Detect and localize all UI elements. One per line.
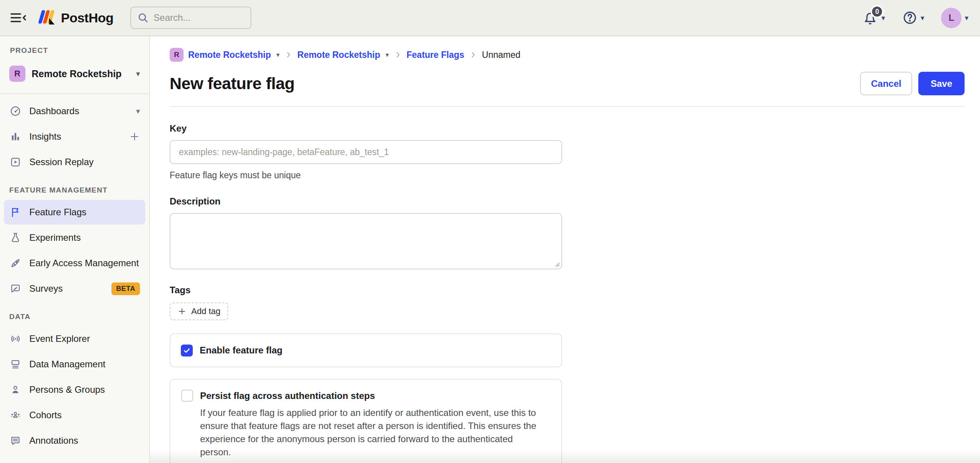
chevron-down-icon: ▾	[276, 51, 280, 59]
check-icon	[183, 346, 191, 355]
sidebar-item-session-replay[interactable]: Session Replay	[4, 150, 145, 174]
enable-flag-label[interactable]: Enable feature flag	[200, 345, 283, 356]
main-content: RRemote Rocketship▾Remote Rocketship▾Fea…	[150, 36, 980, 463]
breadcrumb-label: Feature Flags	[407, 50, 465, 60]
persist-flag-card: Persist flag across authentication steps…	[170, 379, 562, 463]
add-tag-button[interactable]: Add tag	[170, 302, 228, 320]
key-input[interactable]	[170, 140, 562, 164]
sidebar-item-early-access-management[interactable]: Early Access Management	[4, 251, 145, 275]
sidebar-item-feature-flags[interactable]: Feature Flags	[4, 200, 145, 225]
tags-label: Tags	[170, 285, 562, 296]
beta-badge: BETA	[111, 282, 140, 295]
page-title: New feature flag	[170, 74, 295, 93]
sidebar-toggle-button[interactable]	[10, 10, 28, 25]
persist-flag-checkbox[interactable]	[181, 390, 193, 402]
breadcrumb: RRemote Rocketship▾Remote Rocketship▾Fea…	[170, 46, 965, 63]
sidebar-item-insights[interactable]: Insights	[4, 124, 145, 149]
new-insight-button[interactable]	[129, 131, 140, 142]
resize-grip-icon[interactable]	[554, 261, 560, 267]
breadcrumb-item-feature-flags[interactable]: Feature Flags	[407, 50, 465, 60]
person-icon	[9, 384, 22, 396]
chevron-down-icon: ▾	[136, 106, 140, 116]
account-menu-button[interactable]: L ▾	[941, 8, 968, 28]
chevron-right-icon	[284, 51, 293, 59]
sidebar-nav: Dashboards▾InsightsSession ReplayFEATURE…	[0, 99, 149, 453]
notifications-button[interactable]: 0 ▾	[862, 10, 885, 26]
breadcrumb-item-remote-rocketship[interactable]: RRemote Rocketship▾	[170, 48, 280, 62]
chevron-right-icon	[394, 51, 402, 59]
search-input[interactable]	[153, 12, 244, 23]
cancel-button[interactable]: Cancel	[860, 72, 912, 95]
persist-flag-description: If your feature flag is applied prior to…	[200, 406, 543, 459]
chevron-down-icon: ▾	[136, 69, 140, 78]
sidebar-item-persons-groups[interactable]: Persons & Groups	[4, 377, 145, 402]
enable-flag-checkbox[interactable]	[181, 345, 193, 357]
user-avatar: L	[941, 8, 961, 28]
sidebar-item-label: Feature Flags	[29, 207, 86, 218]
flag-icon	[9, 206, 22, 218]
page-header: New feature flag Cancel Save	[170, 72, 965, 95]
sidebar-item-label: Experiments	[29, 232, 81, 243]
posthog-logo[interactable]: PostHog	[38, 10, 113, 26]
sidebar-item-data-management[interactable]: Data Management	[4, 352, 145, 377]
description-label: Description	[170, 196, 562, 207]
section-title-feature-management: FEATURE MANAGEMENT	[9, 186, 140, 194]
plus-icon	[177, 307, 187, 316]
section-title-data: DATA	[9, 313, 140, 321]
breadcrumb-label: Unnamed	[482, 50, 520, 60]
global-search[interactable]	[130, 7, 251, 29]
breadcrumb-item-remote-rocketship[interactable]: Remote Rocketship▾	[297, 50, 389, 60]
description-textarea[interactable]	[170, 213, 562, 269]
project-selector[interactable]: R Remote Rocketship ▾	[4, 61, 145, 86]
breadcrumb-label: Remote Rocketship	[297, 50, 380, 60]
sidebar-item-label: Cohorts	[29, 410, 62, 421]
sidebar-item-label: Data Management	[29, 359, 105, 370]
sidebar: PROJECT R Remote Rocketship ▾ Dashboards…	[0, 36, 150, 463]
sidebar-item-label: Dashboards	[29, 106, 79, 117]
annotations-icon	[9, 434, 22, 447]
sidebar-item-label: Persons & Groups	[29, 384, 105, 395]
sidebar-item-label: Session Replay	[29, 157, 94, 167]
breadcrumb-item-unnamed-current: Unnamed	[482, 50, 520, 60]
insights-icon	[9, 130, 22, 143]
chevron-down-icon: ▾	[386, 51, 389, 59]
project-name: Remote Rocketship	[32, 68, 121, 79]
sidebar-item-cohorts[interactable]: Cohorts	[4, 403, 145, 428]
sidebar-item-surveys[interactable]: SurveysBETA	[4, 276, 145, 301]
key-label: Key	[170, 123, 562, 134]
chevron-down-icon: ▾	[965, 14, 968, 22]
app-window: PostHog 0 ▾	[0, 0, 980, 463]
feature-flag-form: Key Feature flag keys must be unique Des…	[170, 123, 562, 463]
help-icon	[902, 10, 918, 25]
dashboards-icon	[9, 105, 22, 117]
chevron-down-icon: ▾	[921, 14, 924, 22]
flask-icon	[9, 231, 22, 244]
chevron-right-icon	[469, 51, 477, 59]
project-avatar: R	[9, 66, 25, 82]
sidebar-item-event-explorer[interactable]: Event Explorer	[4, 326, 145, 351]
key-help-text: Feature flag keys must be unique	[170, 170, 562, 181]
enable-flag-card: Enable feature flag	[170, 333, 562, 367]
sidebar-item-label: Surveys	[29, 283, 63, 294]
sidebar-divider	[0, 93, 149, 94]
sidebar-collapse-icon	[10, 12, 26, 24]
sidebar-item-label: Annotations	[29, 435, 78, 446]
cohorts-icon	[9, 409, 22, 421]
session-replay-icon	[9, 156, 22, 168]
help-menu-button[interactable]: ▾	[902, 10, 924, 25]
sidebar-item-label: Event Explorer	[29, 333, 90, 344]
persist-flag-label[interactable]: Persist flag across authentication steps	[200, 390, 375, 401]
search-icon	[137, 12, 149, 24]
surveys-icon	[9, 282, 22, 295]
sidebar-item-experiments[interactable]: Experiments	[4, 225, 145, 250]
sidebar-item-annotations[interactable]: Annotations	[4, 428, 145, 453]
sidebar-item-label: Insights	[29, 131, 61, 142]
rocket-icon	[9, 257, 22, 269]
top-bar: PostHog 0 ▾	[0, 0, 980, 36]
project-avatar: R	[170, 48, 184, 62]
header-divider	[170, 106, 965, 107]
project-section-label: PROJECT	[10, 46, 149, 55]
save-button[interactable]: Save	[918, 72, 965, 95]
live-events-icon	[9, 333, 22, 345]
sidebar-item-dashboards[interactable]: Dashboards▾	[4, 99, 145, 123]
